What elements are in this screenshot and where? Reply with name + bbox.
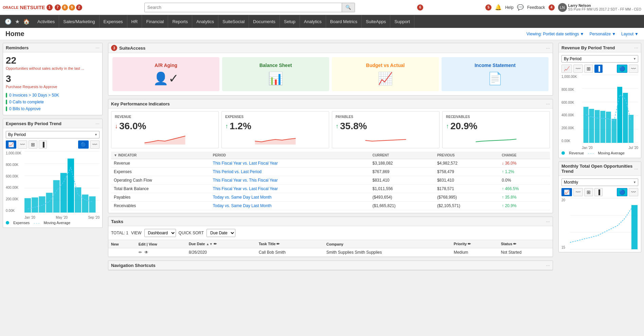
- chart-type-line[interactable]: 〰: [90, 140, 100, 149]
- feedback-link[interactable]: Feedback: [527, 5, 545, 10]
- rev-line-btn[interactable]: 📈: [561, 65, 572, 73]
- monthly-period-select[interactable]: Monthly: [561, 179, 638, 186]
- kpi-indicator-expenses: Expenses: [111, 168, 210, 176]
- notifications-icon[interactable]: 🔔: [495, 4, 502, 11]
- nav-analytics-1[interactable]: Analytics: [192, 15, 218, 28]
- kpi-period-receivables: Today vs. Same Day Last Month: [210, 202, 370, 210]
- kpi-current-cashflow: $831,410: [370, 176, 434, 185]
- tasks-view-select[interactable]: Dashboard: [144, 229, 176, 237]
- expenses-period-select[interactable]: By Period: [6, 131, 100, 138]
- rev-type-1[interactable]: 🔵: [617, 65, 627, 73]
- monthly-spline-btn[interactable]: 〰: [573, 188, 583, 196]
- expenses-trend-title: Expenses By Period Trend: [6, 121, 61, 126]
- line-chart-btn[interactable]: 📈: [6, 140, 16, 149]
- ar-aging-title: A/R Aging: [155, 63, 177, 68]
- expenses-trend-dots[interactable]: ···: [95, 121, 100, 126]
- suite-access-grid: A/R Aging 👤✓ Balance Sheet 📊 Budget vs A…: [108, 53, 553, 95]
- chart-type-area[interactable]: 🔵: [78, 140, 89, 149]
- nav-sales-marketing[interactable]: Sales/Marketing: [59, 15, 99, 28]
- monthly-line-btn[interactable]: 📈: [561, 188, 572, 196]
- task-priority-1: Medium: [451, 248, 498, 257]
- reminder-text-1[interactable]: Opportunities without sales activity in …: [6, 66, 84, 70]
- kpi-header: Key Performance Indicators ···: [108, 99, 553, 108]
- svg-rect-12: [68, 158, 74, 213]
- viewing-portlet-dropdown[interactable]: Viewing: Portlet date settings ▼: [526, 32, 584, 36]
- svg-rect-11: [60, 173, 67, 213]
- nav-reports[interactable]: Reports: [168, 15, 192, 28]
- svg-rect-31: [623, 93, 628, 143]
- clock-icon[interactable]: 🕐: [3, 17, 13, 26]
- star-icon[interactable]: ★: [14, 17, 21, 26]
- revenue-chart-area: 1,000.00K 800.00K 600.00K 400.00K 200.00…: [561, 75, 638, 150]
- nav-analytics-2[interactable]: Analytics: [300, 15, 326, 28]
- revenue-xaxis: Jan '20 Jul '20: [582, 146, 638, 150]
- layout-button[interactable]: Layout ▼: [621, 32, 639, 36]
- suite-card-income-statement[interactable]: Income Statement 📄: [442, 57, 549, 91]
- rev-bar-btn[interactable]: ▐: [594, 65, 603, 73]
- help-link[interactable]: Help: [505, 5, 514, 10]
- reminder-invoices[interactable]: 0 Invoices > 30 Days > 50K: [9, 93, 59, 98]
- personalize-button[interactable]: Personalize ▼: [589, 32, 616, 36]
- search-input[interactable]: [145, 3, 342, 12]
- spline-chart-btn[interactable]: 〰: [18, 140, 27, 149]
- area-chart-btn[interactable]: ⊞: [29, 140, 37, 149]
- bar-chart-btn[interactable]: ▐: [39, 140, 47, 149]
- nav-hr[interactable]: HR: [127, 15, 142, 28]
- chat-icon[interactable]: 💬: [517, 4, 524, 11]
- kpi-title: Key Performance Indicators: [111, 101, 170, 106]
- svg-rect-7: [32, 198, 38, 213]
- monthly-trend-dots[interactable]: ···: [634, 166, 638, 171]
- svg-rect-25: [589, 109, 594, 143]
- quick-sort-select[interactable]: Due Date: [207, 229, 235, 237]
- rev-spline-btn[interactable]: 〰: [573, 65, 583, 73]
- nav-board-metrics[interactable]: Board Metrics: [326, 15, 362, 28]
- left-panel: Reminders ··· 22 Opportunities without s…: [0, 40, 105, 336]
- kpi-card-expenses: EXPENSES ↑ 1.2%: [221, 111, 329, 148]
- suite-card-budget-actual[interactable]: Budget vs Actual 📈: [332, 57, 439, 91]
- nav-activities[interactable]: Activities: [33, 15, 59, 28]
- reminders-header: Reminders ···: [3, 43, 102, 52]
- revenue-trend-dots[interactable]: ···: [634, 45, 638, 50]
- edit-icon[interactable]: ✏: [139, 250, 142, 255]
- kpi-current-bankbalance: $1,011,556: [370, 185, 434, 193]
- nav-financial[interactable]: Financial: [142, 15, 168, 28]
- col-new: New: [108, 240, 136, 248]
- nav-expenses[interactable]: Expenses: [100, 15, 127, 28]
- nav-setup[interactable]: Setup: [280, 15, 300, 28]
- kpi-indicator-receivables: Receivables: [111, 202, 210, 210]
- view-icon[interactable]: 👁: [144, 250, 148, 255]
- revenue-period-select[interactable]: By Period: [561, 55, 638, 63]
- tasks-dots[interactable]: ···: [546, 219, 550, 224]
- kpi-col-current: CURRENT: [370, 152, 434, 159]
- nav-documents[interactable]: Documents: [249, 15, 280, 28]
- suite-card-ar-aging[interactable]: A/R Aging 👤✓: [112, 57, 219, 91]
- nav-shortcuts-dots[interactable]: ···: [546, 263, 550, 268]
- nav-suite-apps[interactable]: SuiteApps: [362, 15, 390, 28]
- monthly-type-2[interactable]: 〰: [629, 188, 638, 196]
- kpi-indicator-bankbalance: Total Bank Balance: [111, 185, 210, 193]
- search-button[interactable]: 🔍: [342, 3, 355, 12]
- kpi-dots[interactable]: ···: [546, 101, 550, 106]
- nav-suite-social[interactable]: SuiteSocial: [218, 15, 249, 28]
- suite-card-balance-sheet[interactable]: Balance Sheet 📊: [222, 57, 329, 91]
- monthly-area-btn[interactable]: ⊞: [584, 188, 593, 196]
- nav-support[interactable]: Support: [390, 15, 414, 28]
- tasks-table: New Edit | View Due Date ▲▼ ✏ Task Title…: [108, 240, 553, 257]
- badge-5: 5: [485, 4, 491, 11]
- income-statement-title: Income Statement: [475, 63, 516, 68]
- reminders-dots[interactable]: ···: [95, 45, 100, 50]
- receivables-sparkline: [446, 134, 546, 145]
- svg-rect-24: [584, 107, 589, 143]
- reminder-bills[interactable]: 0 Bills to Approve: [9, 106, 41, 111]
- suite-access-dots[interactable]: ···: [546, 45, 550, 51]
- monthly-bar-btn[interactable]: ▐: [594, 188, 603, 196]
- badge-6: 6: [417, 4, 423, 11]
- rev-area-btn[interactable]: ⊞: [584, 65, 593, 73]
- rev-type-2[interactable]: 〰: [629, 65, 638, 73]
- avatar: LN: [558, 3, 567, 12]
- reminder-text-2[interactable]: Purchase Requests to Approve: [6, 85, 57, 89]
- reminder-calls[interactable]: 0 Calls to complete: [9, 100, 44, 104]
- monthly-type-1[interactable]: 🔵: [617, 188, 627, 196]
- home-icon[interactable]: 🏠: [22, 17, 31, 26]
- ar-aging-icon: 👤✓: [153, 71, 179, 86]
